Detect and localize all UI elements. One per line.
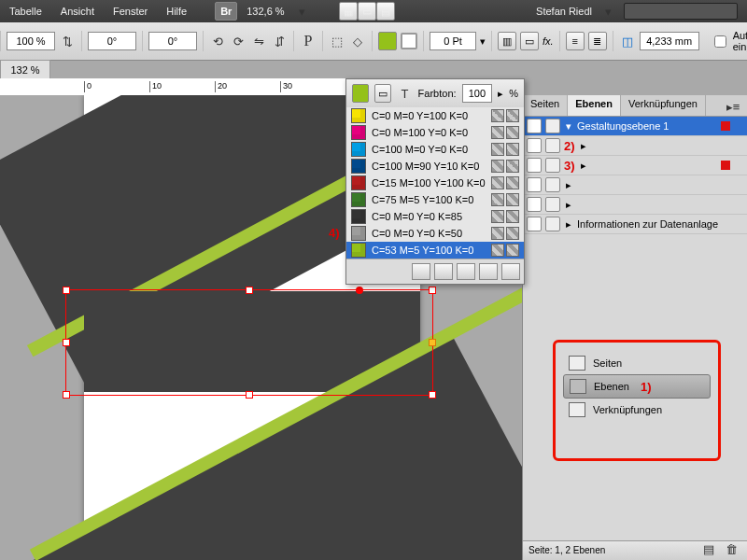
lock-toggle[interactable] — [545, 119, 560, 133]
rotate-ccw-icon[interactable]: ⟲ — [209, 33, 226, 49]
disclosure-icon[interactable]: ▸ — [579, 160, 588, 172]
rotate-input[interactable]: 0° — [88, 32, 136, 50]
disclosure-icon[interactable]: ▾ — [564, 120, 573, 133]
menu-tabelle[interactable]: Tabelle — [0, 6, 51, 17]
disclosure-icon[interactable]: ▸ — [564, 218, 573, 231]
chevron-down-icon[interactable]: ▾ — [294, 3, 311, 20]
align-button-1[interactable]: ≡ — [566, 32, 585, 50]
wrap-button[interactable]: ▭ — [520, 32, 539, 50]
chevron-down-icon[interactable]: ▾ — [599, 3, 616, 20]
swatch-row[interactable]: C=100 M=0 Y=0 K=0 — [346, 141, 524, 158]
effects-button[interactable]: ▥ — [498, 32, 516, 50]
lock-toggle[interactable] — [545, 158, 560, 173]
align-button-2[interactable]: ≣ — [588, 32, 607, 50]
bridge-button[interactable]: Br — [215, 2, 237, 21]
paragraph-icon[interactable]: P — [300, 33, 317, 49]
swatch-name: C=0 M=0 Y=0 K=85 — [372, 211, 462, 222]
trash-icon[interactable]: 🗑 — [723, 541, 740, 558]
search-input[interactable] — [624, 3, 738, 20]
disclosure-icon[interactable]: ▸ — [564, 179, 573, 191]
swatch-row[interactable]: C=53 M=5 Y=100 K=0 — [346, 242, 524, 259]
swatch-btn-trash[interactable] — [501, 263, 520, 280]
link-icon[interactable]: ⇅ — [59, 33, 76, 49]
fill-toggle[interactable] — [352, 84, 369, 103]
color-type-icon — [506, 244, 519, 257]
lock-toggle[interactable] — [545, 217, 560, 231]
disclosure-icon[interactable]: ▸ — [579, 140, 588, 152]
select-container-icon[interactable]: ⬚ — [329, 33, 345, 49]
swatch-row[interactable]: C=0 M=0 Y=0 K=85 — [346, 208, 524, 225]
swatch-row[interactable]: C=0 M=100 Y=0 K=0 — [346, 124, 524, 141]
zoom-level[interactable]: 132,6 % — [237, 6, 293, 17]
selection-indicator — [721, 121, 730, 131]
lock-toggle[interactable] — [545, 197, 560, 212]
swatch-row[interactable]: C=15 M=100 Y=100 K=0 — [346, 175, 524, 191]
screen-mode-button[interactable]: ▭ — [358, 2, 376, 21]
swatch-row[interactable]: C=0 M=0 Y=100 K=0 — [346, 107, 524, 124]
visibility-toggle[interactable] — [527, 158, 542, 173]
swatch-btn-new[interactable] — [457, 263, 475, 280]
tint-arrow-icon[interactable]: ▸ — [498, 88, 503, 100]
width-input[interactable]: 4,233 mm — [640, 32, 699, 50]
visibility-toggle[interactable] — [527, 138, 542, 153]
visibility-toggle[interactable] — [527, 217, 542, 231]
arrange-button[interactable]: ▤ — [376, 2, 395, 21]
menu-fenster[interactable]: Fenster — [104, 6, 157, 17]
stroke-weight-input[interactable]: 0 Pt — [430, 32, 476, 50]
auto-fit-checkbox[interactable] — [714, 35, 726, 48]
select-content-icon[interactable]: ◇ — [349, 33, 366, 49]
swatch-chip — [351, 108, 366, 123]
tint-input[interactable]: 100 — [462, 84, 493, 103]
layer-row[interactable]: ▸ — [523, 195, 747, 215]
frame-fit-icon[interactable]: ◫ — [619, 33, 636, 49]
user-name[interactable]: Stefan Riedl — [536, 6, 592, 17]
swatch-row[interactable]: C=100 M=90 Y=10 K=0 — [346, 158, 524, 175]
panel-menu-icon[interactable]: ▸≡ — [719, 95, 747, 118]
flip-v-icon[interactable]: ⇵ — [271, 33, 288, 49]
flip-h-icon[interactable]: ⇋ — [250, 33, 267, 49]
layer-row[interactable]: ▸Informationen zur Datenanlage — [523, 215, 747, 234]
fx-icon[interactable]: fx. — [543, 35, 554, 47]
menu-hilfe[interactable]: Hilfe — [157, 6, 196, 17]
layer-row[interactable]: 2)▸ — [523, 136, 747, 156]
tab-ebenen[interactable]: Ebenen — [568, 95, 621, 116]
disclosure-icon[interactable]: ▸ — [564, 199, 573, 211]
swatch-btn-1[interactable] — [412, 263, 430, 280]
color-type-icon — [506, 160, 519, 173]
swatch-chip — [351, 226, 366, 241]
text-fill-icon[interactable]: T — [397, 85, 412, 102]
chevron-down-icon[interactable]: ▾ — [480, 35, 486, 48]
swatch-chip — [351, 192, 366, 207]
dock-item-links[interactable]: Verknüpfungen — [563, 399, 711, 421]
container-toggle[interactable]: ▭ — [374, 84, 391, 103]
tab-seiten[interactable]: Seiten — [523, 95, 568, 116]
layer-row[interactable]: ▸ — [523, 175, 747, 195]
scale-x-input[interactable]: 100 % — [7, 32, 55, 50]
swatch-row[interactable]: C=0 M=0 Y=0 K=50 — [346, 225, 524, 242]
selection-rect[interactable] — [65, 289, 433, 396]
swatch-chip — [351, 175, 366, 190]
dock-item-ebenen[interactable]: Ebenen1) — [563, 374, 711, 399]
visibility-toggle[interactable] — [527, 197, 542, 212]
menu-ansicht[interactable]: Ansicht — [51, 6, 104, 17]
swatch-btn-alt[interactable] — [479, 263, 498, 280]
swatch-row[interactable]: C=75 M=5 Y=100 K=0 — [346, 191, 524, 208]
dock-item-seiten[interactable]: Seiten — [563, 352, 711, 374]
stroke-swatch[interactable] — [401, 33, 417, 49]
visibility-toggle[interactable] — [527, 177, 542, 192]
fill-swatch[interactable] — [378, 32, 397, 50]
lock-toggle[interactable] — [545, 138, 560, 153]
layer-row[interactable]: 3)▸ — [523, 156, 747, 175]
document-tab[interactable]: 132 % — [0, 60, 50, 79]
lock-toggle[interactable] — [545, 177, 560, 192]
annotation-2: 2) — [564, 139, 575, 153]
new-layer-icon[interactable]: ▤ — [700, 541, 717, 558]
rotate-cw-icon[interactable]: ⟳ — [230, 33, 247, 49]
tab-links[interactable]: Verknüpfungen — [621, 95, 706, 116]
view-mode-button[interactable]: ▦ — [339, 2, 358, 21]
shear-input[interactable]: 0° — [148, 32, 197, 50]
visibility-toggle[interactable] — [527, 119, 542, 133]
swatch-btn-2[interactable] — [434, 263, 453, 280]
layer-row[interactable]: ▾Gestaltungsebene 1 — [523, 117, 747, 136]
swatch-chip — [351, 159, 366, 174]
